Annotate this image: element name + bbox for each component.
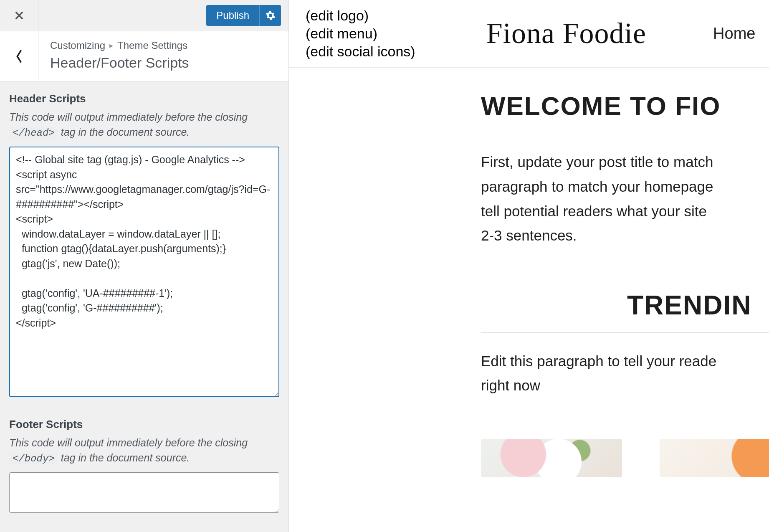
- preview-edit-links: (edit logo) (edit menu) (edit social ico…: [306, 8, 415, 60]
- desc-before: This code will output immediately before…: [9, 437, 248, 448]
- desc-after: tag in the document source.: [61, 126, 190, 138]
- close-icon: [13, 10, 25, 21]
- edit-menu-link[interactable]: (edit menu): [306, 25, 415, 42]
- thumbnail-image[interactable]: [660, 439, 769, 477]
- header-scripts-section: Header Scripts This code will output imm…: [9, 92, 279, 399]
- customizer-sidebar: Publish Customizing ▸ Theme Settings Hea…: [0, 0, 289, 532]
- desc-after: tag in the document source.: [61, 452, 190, 464]
- preview-header: (edit logo) (edit menu) (edit social ico…: [289, 0, 769, 68]
- edit-logo-link[interactable]: (edit logo): [306, 8, 415, 24]
- divider: [481, 332, 769, 333]
- thumbnail-image[interactable]: [481, 439, 622, 477]
- desc-before: This code will output immediately before…: [9, 111, 248, 123]
- para-line: First, update your post title to match: [481, 150, 769, 175]
- footer-scripts-section: Footer Scripts This code will output imm…: [9, 418, 279, 514]
- chevron-left-icon: [15, 48, 24, 64]
- chevron-right-icon: ▸: [109, 41, 113, 50]
- panel-body: Header Scripts This code will output imm…: [0, 81, 288, 532]
- header-scripts-textarea[interactable]: [9, 147, 279, 397]
- publish-button[interactable]: Publish: [206, 5, 259, 26]
- preview-content: (edit logo) (edit menu) (edit social ico…: [289, 0, 769, 477]
- para-line: right now: [481, 373, 769, 398]
- footer-scripts-description: This code will output immediately before…: [9, 435, 279, 466]
- welcome-heading: WELCOME TO FIO: [481, 91, 769, 121]
- publish-settings-button[interactable]: [259, 5, 281, 26]
- close-button[interactable]: [0, 0, 38, 31]
- preview-pane: (edit logo) (edit menu) (edit social ico…: [289, 0, 769, 532]
- breadcrumb-root: Customizing: [50, 40, 105, 51]
- breadcrumb-section: Theme Settings: [117, 40, 187, 51]
- breadcrumb-content: Customizing ▸ Theme Settings Header/Foot…: [38, 31, 288, 81]
- trending-heading: TRENDIN: [627, 290, 769, 321]
- back-button[interactable]: [0, 31, 38, 81]
- panel-title: Header/Footer Scripts: [50, 55, 278, 71]
- head-tag: </head>: [9, 127, 58, 139]
- topbar-actions: Publish: [206, 0, 288, 31]
- gear-icon: [266, 10, 276, 20]
- topbar-spacer: [38, 0, 206, 31]
- footer-scripts-textarea[interactable]: [9, 472, 279, 513]
- customizer-topbar: Publish: [0, 0, 288, 31]
- header-scripts-description: This code will output immediately before…: [9, 109, 279, 141]
- para-line: 2-3 sentences.: [481, 223, 769, 248]
- welcome-paragraph: First, update your post title to match p…: [481, 150, 769, 248]
- thumbnail-row: [481, 439, 769, 477]
- para-line: Edit this paragraph to tell your reade: [481, 349, 769, 373]
- preview-main: WELCOME TO FIO First, update your post t…: [289, 68, 769, 477]
- edit-social-link[interactable]: (edit social icons): [306, 43, 415, 60]
- site-logo-text: Fiona Foodie: [486, 17, 646, 50]
- para-line: paragraph to match your homepage: [481, 175, 769, 199]
- para-line: tell potential readers what your site: [481, 199, 769, 224]
- breadcrumb-row: Customizing ▸ Theme Settings Header/Foot…: [0, 31, 288, 81]
- footer-scripts-heading: Footer Scripts: [9, 418, 279, 431]
- customizer-app: Publish Customizing ▸ Theme Settings Hea…: [0, 0, 769, 532]
- nav-home-link[interactable]: Home: [713, 25, 755, 43]
- body-tag: </body>: [9, 453, 58, 465]
- trending-paragraph: Edit this paragraph to tell your reade r…: [481, 349, 769, 398]
- breadcrumb-path: Customizing ▸ Theme Settings: [50, 40, 278, 51]
- header-scripts-heading: Header Scripts: [9, 92, 279, 105]
